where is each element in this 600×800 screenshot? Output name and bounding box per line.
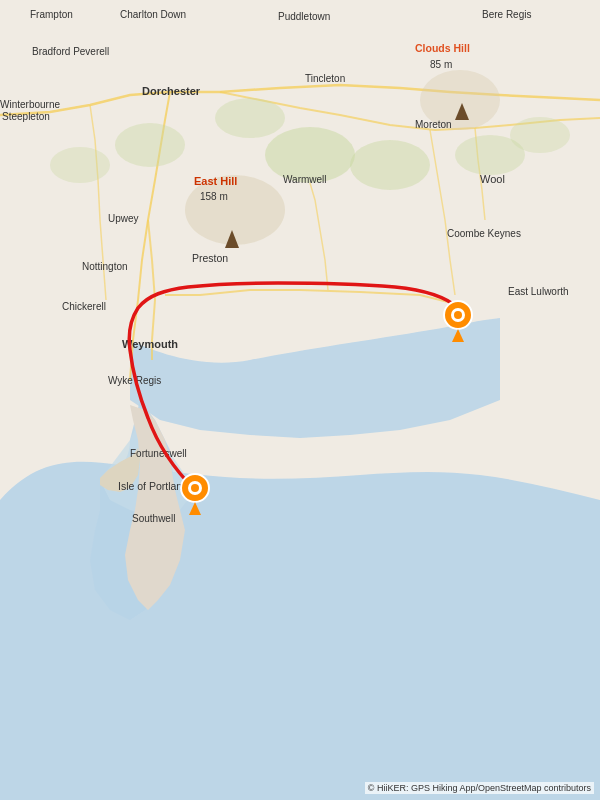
svg-text:Nottington: Nottington bbox=[82, 261, 128, 272]
svg-text:Charlton Down: Charlton Down bbox=[120, 9, 186, 20]
svg-point-5 bbox=[115, 123, 185, 167]
svg-text:Moreton: Moreton bbox=[415, 119, 452, 130]
svg-text:158 m: 158 m bbox=[200, 191, 228, 202]
map-attribution: © HiiKER: GPS Hiking App/OpenStreetMap c… bbox=[365, 782, 594, 794]
svg-text:Coombe Keynes: Coombe Keynes bbox=[447, 228, 521, 239]
svg-text:Chickerell: Chickerell bbox=[62, 301, 106, 312]
svg-text:Clouds Hill: Clouds Hill bbox=[415, 42, 470, 54]
svg-text:Southwell: Southwell bbox=[132, 513, 175, 524]
map-svg: Frampton Charlton Down Puddletown Bere R… bbox=[0, 0, 600, 800]
svg-text:Dorchester: Dorchester bbox=[142, 85, 201, 97]
svg-text:Bradford Peverell: Bradford Peverell bbox=[32, 46, 109, 57]
svg-text:Puddletown: Puddletown bbox=[278, 11, 330, 22]
svg-text:Preston: Preston bbox=[192, 252, 228, 264]
svg-text:Tincleton: Tincleton bbox=[305, 73, 345, 84]
svg-point-6 bbox=[50, 147, 110, 183]
svg-text:Isle of Portland: Isle of Portland bbox=[118, 480, 188, 492]
svg-point-4 bbox=[350, 140, 430, 190]
start-marker-dot bbox=[191, 484, 199, 492]
svg-text:Bere Regis: Bere Regis bbox=[482, 9, 531, 20]
svg-point-8 bbox=[510, 117, 570, 153]
svg-text:Steepleton: Steepleton bbox=[2, 111, 50, 122]
svg-text:Fortuneswell: Fortuneswell bbox=[130, 448, 187, 459]
svg-point-9 bbox=[215, 98, 285, 138]
svg-text:Upwey: Upwey bbox=[108, 213, 139, 224]
svg-text:East Hill: East Hill bbox=[194, 175, 237, 187]
svg-text:85 m: 85 m bbox=[430, 59, 452, 70]
svg-text:East Lulworth: East Lulworth bbox=[508, 286, 569, 297]
svg-text:Wool: Wool bbox=[480, 173, 505, 185]
map-container: Frampton Charlton Down Puddletown Bere R… bbox=[0, 0, 600, 800]
svg-text:Warmwell: Warmwell bbox=[283, 174, 327, 185]
svg-text:Frampton: Frampton bbox=[30, 9, 73, 20]
svg-text:Winterbourne: Winterbourne bbox=[0, 99, 60, 110]
end-marker-dot bbox=[454, 311, 462, 319]
